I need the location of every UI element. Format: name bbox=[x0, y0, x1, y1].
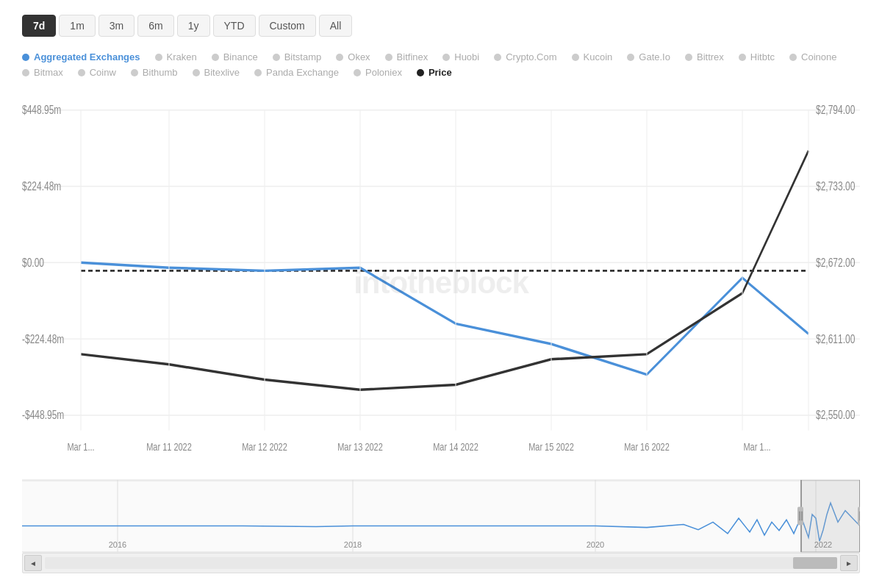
legend-item-kraken[interactable]: Kraken bbox=[155, 51, 197, 62]
legend-label: Aggregated Exchanges bbox=[34, 51, 140, 62]
legend-label: Kucoin bbox=[584, 51, 613, 62]
legend-dot bbox=[22, 69, 29, 76]
svg-text:$0.00: $0.00 bbox=[22, 256, 44, 269]
mini-chart-svg: 2016 2018 2020 2022 bbox=[22, 480, 860, 553]
svg-text:Mar 13 2022: Mar 13 2022 bbox=[337, 441, 383, 453]
main-chart-svg: $448.95m $224.48m $0.00 -$224.48m -$448.… bbox=[22, 90, 860, 476]
time-btn-custom[interactable]: Custom bbox=[259, 15, 316, 37]
scrollbar: ◄ ► bbox=[22, 553, 860, 573]
svg-text:$2,733.00: $2,733.00 bbox=[816, 179, 855, 193]
legend-dot bbox=[494, 54, 501, 61]
svg-rect-43 bbox=[797, 506, 803, 525]
time-range-bar: 7d1m3m6m1yYTDCustomAll bbox=[22, 15, 860, 37]
legend-dot bbox=[212, 54, 219, 61]
chart-section: intotheblock $448.95m $224.48m $0.00 -$2… bbox=[22, 90, 860, 573]
legend-item-kucoin[interactable]: Kucoin bbox=[572, 51, 613, 62]
svg-text:$2,672.00: $2,672.00 bbox=[816, 256, 855, 269]
legend-dot bbox=[193, 69, 200, 76]
legend-label: Bitexlive bbox=[204, 67, 240, 78]
legend-dot bbox=[155, 54, 162, 61]
legend-label: Gate.Io bbox=[639, 51, 670, 62]
svg-text:Mar 1...: Mar 1... bbox=[743, 441, 770, 453]
legend-dot bbox=[789, 54, 797, 61]
svg-text:Mar 14 2022: Mar 14 2022 bbox=[433, 441, 478, 453]
time-btn-1m[interactable]: 1m bbox=[59, 15, 95, 37]
time-btn-1y[interactable]: 1y bbox=[177, 15, 210, 37]
legend-item-crypto-com[interactable]: Crypto.Com bbox=[494, 51, 556, 62]
scroll-track[interactable] bbox=[45, 557, 837, 569]
mini-chart: 2016 2018 2020 2022 bbox=[22, 479, 860, 553]
legend-label: Okex bbox=[348, 51, 370, 62]
legend-label: Bithumb bbox=[143, 67, 178, 78]
legend-item-gate-io[interactable]: Gate.Io bbox=[627, 51, 670, 62]
legend-label: Bitmax bbox=[34, 67, 63, 78]
legend-dot bbox=[739, 54, 746, 61]
legend-item-huobi[interactable]: Huobi bbox=[442, 51, 479, 62]
legend-item-okex[interactable]: Okex bbox=[336, 51, 370, 62]
legend: Aggregated ExchangesKrakenBinanceBitstam… bbox=[22, 51, 860, 78]
legend-label: Hitbtc bbox=[750, 51, 775, 62]
scroll-thumb[interactable] bbox=[793, 557, 837, 569]
svg-text:$224.48m: $224.48m bbox=[22, 179, 61, 193]
legend-dot bbox=[417, 69, 424, 76]
time-btn-6m[interactable]: 6m bbox=[137, 15, 173, 37]
time-btn-3m[interactable]: 3m bbox=[98, 15, 135, 37]
svg-text:$2,550.00: $2,550.00 bbox=[816, 409, 855, 422]
legend-dot bbox=[354, 69, 361, 76]
svg-text:-$224.48m: -$224.48m bbox=[22, 332, 64, 345]
svg-text:Mar 11 2022: Mar 11 2022 bbox=[146, 441, 192, 453]
legend-item-bittrex[interactable]: Bittrex bbox=[685, 51, 724, 62]
svg-text:$448.95m: $448.95m bbox=[22, 103, 61, 116]
svg-text:Mar 1...: Mar 1... bbox=[67, 441, 94, 453]
legend-label: Panda Exchange bbox=[266, 67, 339, 78]
legend-item-binance[interactable]: Binance bbox=[212, 51, 258, 62]
legend-item-poloniex[interactable]: Poloniex bbox=[354, 67, 402, 78]
svg-text:Mar 15 2022: Mar 15 2022 bbox=[528, 441, 574, 453]
time-btn-ytd[interactable]: YTD bbox=[213, 15, 256, 37]
legend-item-aggregated-exchanges[interactable]: Aggregated Exchanges bbox=[22, 51, 140, 62]
legend-label: Poloniex bbox=[365, 67, 402, 78]
legend-item-price[interactable]: Price bbox=[417, 67, 452, 78]
svg-text:Mar 12 2022: Mar 12 2022 bbox=[242, 441, 287, 453]
svg-text:$2,611.00: $2,611.00 bbox=[816, 332, 855, 345]
main-container: 7d1m3m6m1yYTDCustomAll Aggregated Exchan… bbox=[0, 0, 882, 588]
legend-label: Huobi bbox=[454, 51, 479, 62]
svg-text:-$448.95m: -$448.95m bbox=[22, 409, 64, 422]
legend-label: Coinone bbox=[801, 51, 836, 62]
scroll-right-button[interactable]: ► bbox=[840, 555, 858, 571]
legend-item-bithumb[interactable]: Bithumb bbox=[131, 67, 178, 78]
legend-dot bbox=[22, 54, 29, 61]
legend-label: Price bbox=[429, 67, 452, 78]
scroll-left-button[interactable]: ◄ bbox=[24, 555, 42, 571]
legend-dot bbox=[385, 54, 392, 61]
time-btn-all[interactable]: All bbox=[319, 15, 353, 37]
legend-item-hitbtc[interactable]: Hitbtc bbox=[739, 51, 775, 62]
svg-text:2016: 2016 bbox=[109, 540, 126, 549]
legend-item-panda-exchange[interactable]: Panda Exchange bbox=[254, 67, 339, 78]
main-chart: intotheblock $448.95m $224.48m $0.00 -$2… bbox=[22, 90, 860, 476]
svg-text:2020: 2020 bbox=[587, 540, 604, 549]
legend-label: Crypto.Com bbox=[506, 51, 556, 62]
legend-label: Bittrex bbox=[697, 51, 724, 62]
legend-dot bbox=[131, 69, 138, 76]
legend-item-bitexlive[interactable]: Bitexlive bbox=[193, 67, 240, 78]
legend-item-coinw[interactable]: Coinw bbox=[78, 67, 116, 78]
legend-label: Coinw bbox=[90, 67, 116, 78]
legend-dot bbox=[685, 54, 692, 61]
legend-dot bbox=[336, 54, 343, 61]
legend-item-bitmax[interactable]: Bitmax bbox=[22, 67, 63, 78]
legend-dot bbox=[442, 54, 450, 61]
svg-text:2022: 2022 bbox=[814, 540, 832, 549]
svg-rect-33 bbox=[22, 480, 860, 553]
legend-item-coinone[interactable]: Coinone bbox=[789, 51, 836, 62]
legend-dot bbox=[273, 54, 280, 61]
legend-label: Binance bbox=[223, 51, 258, 62]
svg-text:$2,794.00: $2,794.00 bbox=[816, 103, 855, 116]
legend-dot bbox=[254, 69, 262, 76]
time-btn-7d[interactable]: 7d bbox=[22, 15, 56, 37]
legend-item-bitfinex[interactable]: Bitfinex bbox=[385, 51, 429, 62]
legend-item-bitstamp[interactable]: Bitstamp bbox=[273, 51, 322, 62]
legend-dot bbox=[627, 54, 634, 61]
legend-label: Bitfinex bbox=[397, 51, 429, 62]
legend-dot bbox=[572, 54, 579, 61]
